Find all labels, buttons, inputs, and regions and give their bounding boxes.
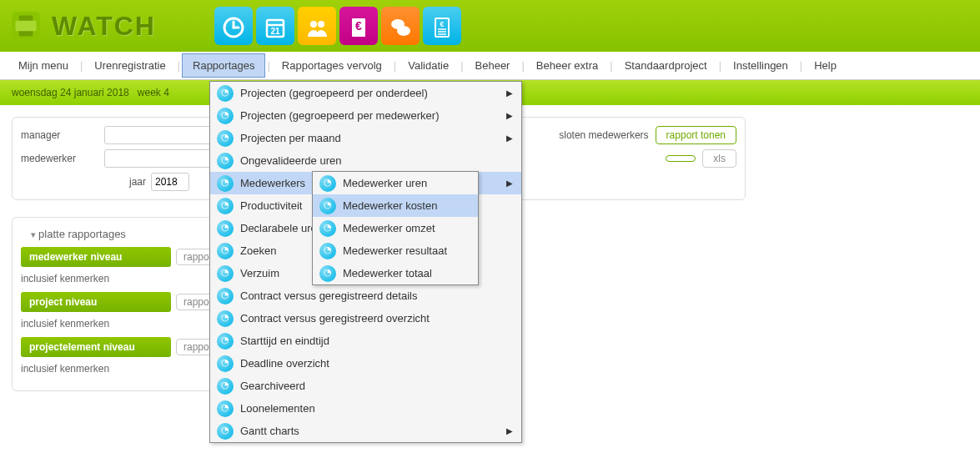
clock-icon [217, 265, 234, 282]
clock-icon [217, 355, 234, 372]
menu-item-label: Projecten (gegroepeerd per medewerker) [240, 109, 500, 122]
menu-item-label: Medewerker omzet [343, 222, 471, 234]
menubar-item-beheer-extra[interactable]: Beheer extra [526, 54, 608, 77]
logo-text: WATCH [52, 11, 156, 42]
clock-icon [319, 198, 336, 214]
menubar: Mijn menu|Urenregistratie|Rapportages|Ra… [0, 52, 980, 80]
label-jaar: jaar [129, 176, 146, 188]
menu-item-label: Gearchiveerd [240, 380, 515, 392]
menu-item-medewerker-uren[interactable]: Medewerker uren [313, 172, 478, 194]
clock-icon [217, 130, 234, 147]
svg-point-10 [318, 21, 324, 28]
clock-icon [217, 333, 234, 350]
incl-label: inclusief kenmerken [21, 273, 109, 284]
menubar-item-beheer[interactable]: Beheer [465, 54, 520, 77]
menubar-item-help[interactable]: Help [804, 54, 847, 77]
menu-item-ongevalideerde-uren[interactable]: Ongevalideerde uren [210, 149, 521, 172]
menubar-item-rapportages-vervolg[interactable]: Rapportages vervolg [272, 54, 392, 77]
jaar-input[interactable] [151, 173, 189, 191]
menu-item-starttijd-en-eindtijd[interactable]: Starttijd en eindtijd [210, 330, 521, 352]
label-afgesloten: sloten medewerkers [559, 129, 648, 141]
menu-item-label: Medewerker kosten [343, 199, 471, 212]
chevron-right-icon: ▶ [506, 179, 513, 188]
menu-item-label: Medewerker resultaat [343, 244, 471, 257]
menu-item-medewerker-kosten[interactable]: Medewerker kosten [313, 194, 478, 217]
svg-rect-2 [15, 21, 36, 32]
menubar-item-instellingen[interactable]: Instellingen [723, 54, 798, 77]
label-manager: manager [21, 129, 96, 141]
clock-icon [217, 288, 234, 304]
svg-text:€: € [355, 19, 362, 33]
menubar-separator: | [176, 59, 182, 72]
svg-text:€: € [440, 20, 444, 28]
menu-item-deadline-overzicht[interactable]: Deadline overzicht [210, 352, 521, 375]
menu-item-label: Loonelementen [240, 402, 515, 403]
label-medewerker: medewerker [21, 153, 96, 164]
menubar-item-rapportages[interactable]: Rapportages [182, 53, 265, 78]
menubar-separator: | [392, 59, 398, 72]
svg-point-14 [397, 26, 410, 36]
clock-icon [319, 243, 336, 259]
menu-item-label: Projecten per maand [240, 132, 500, 144]
chevron-right-icon: ▶ [506, 111, 513, 120]
clock-icon [217, 85, 234, 102]
menubar-separator: | [717, 59, 723, 72]
menu-item-projecten-per-maand[interactable]: Projecten per maand▶ [210, 127, 521, 149]
menu-item-medewerker-resultaat[interactable]: Medewerker resultaat [313, 239, 478, 262]
incl-label: inclusief kenmerken [21, 318, 109, 330]
toolbar-euro-doc-icon[interactable]: € [339, 7, 378, 45]
toolbar-icons: 21 € € [214, 7, 461, 45]
clock-icon [217, 378, 234, 395]
menu-item-projecten-gegroepeerd-per-medewerker-[interactable]: Projecten (gegroepeerd per medewerker)▶ [210, 104, 521, 127]
toolbar-clock-icon[interactable] [214, 7, 253, 45]
clock-icon [319, 265, 336, 282]
menu-item-label: Starttijd en eindtijd [240, 335, 515, 347]
menu-item-label: Medewerker totaal [343, 267, 471, 279]
datebar-date: woensdag 24 januari 2018 [12, 87, 129, 98]
clock-icon [217, 198, 234, 214]
chevron-right-icon: ▶ [506, 88, 513, 98]
menubar-separator: | [265, 59, 271, 72]
menu-item-label: Contract versus geregistreerd overzicht [240, 312, 515, 325]
rapport-tonen-button[interactable]: rapport tonen [656, 126, 736, 144]
menubar-item-urenregistratie[interactable]: Urenregistratie [84, 54, 175, 77]
menu-item-label: Deadline overzicht [240, 357, 515, 370]
menu-item-label: Contract versus geregistreerd details [240, 289, 515, 302]
menu-item-medewerker-totaal[interactable]: Medewerker totaal [313, 262, 478, 284]
menubar-separator: | [78, 59, 84, 72]
menu-item-gearchiveerd[interactable]: Gearchiveerd [210, 375, 521, 397]
clock-icon [217, 400, 234, 404]
clock-icon [217, 108, 234, 124]
menu-item-medewerker-omzet[interactable]: Medewerker omzet [313, 217, 478, 239]
menu-item-loonelementen[interactable]: Loonelementen [210, 397, 521, 403]
clock-icon [319, 175, 336, 192]
logo-icon [8, 8, 43, 43]
clock-icon [217, 153, 234, 169]
menu-item-projecten-gegroepeerd-per-onderdeel-[interactable]: Projecten (gegroepeerd per onderdeel)▶ [210, 82, 521, 104]
clock-icon [319, 220, 336, 237]
toolbar-euro-list-icon[interactable]: € [423, 7, 461, 45]
menubar-separator: | [798, 59, 804, 72]
toolbar-chat-icon[interactable] [381, 7, 420, 45]
menu-item-label: Ongevalideerde uren [240, 154, 515, 167]
menubar-item-validatie[interactable]: Validatie [398, 54, 459, 77]
clock-icon [217, 220, 234, 237]
small-green-button[interactable] [666, 155, 696, 162]
menubar-item-standaardproject[interactable]: Standaardproject [615, 54, 717, 77]
svg-text:21: 21 [270, 27, 280, 36]
toolbar-calendar-icon[interactable]: 21 [256, 7, 294, 45]
menubar-separator: | [608, 59, 614, 72]
report-badge: medewerker niveau [21, 247, 171, 267]
menu-item-label: Medewerker uren [343, 177, 471, 189]
xls-button[interactable]: xls [702, 149, 736, 168]
clock-icon [217, 175, 234, 192]
menu-item-contract-versus-geregistreerd-details[interactable]: Contract versus geregistreerd details [210, 284, 521, 307]
chevron-right-icon: ▶ [506, 133, 513, 143]
app-header: WATCH 21 € € [0, 0, 980, 52]
clock-icon [217, 310, 234, 327]
toolbar-users-icon[interactable] [298, 7, 336, 45]
menubar-item-mijn-menu[interactable]: Mijn menu [8, 54, 78, 77]
report-badge: project niveau [21, 292, 171, 312]
medewerkers-submenu: Medewerker urenMedewerker kostenMedewerk… [312, 171, 479, 285]
menu-item-contract-versus-geregistreerd-overzicht[interactable]: Contract versus geregistreerd overzicht [210, 307, 521, 330]
